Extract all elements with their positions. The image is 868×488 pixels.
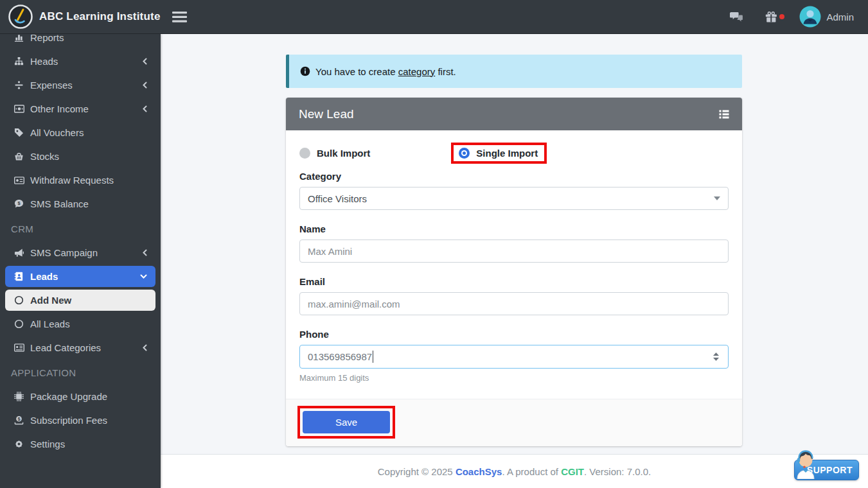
chevron-left-icon bbox=[143, 82, 147, 89]
copyright-text: Copyright © 2025 CoachSys. A product of … bbox=[378, 466, 651, 477]
sidebar-item-label: Stocks bbox=[30, 151, 59, 162]
gift-icon[interactable] bbox=[765, 12, 777, 22]
brand[interactable]: ABC Learning Institute bbox=[0, 0, 161, 34]
sidebar-item-leads[interactable]: Leads bbox=[5, 266, 155, 287]
phone-input[interactable]: 013569856987 bbox=[299, 345, 729, 369]
sidebar-item-label: SMS Balance bbox=[30, 198, 89, 209]
sidebar-item-subscription-fees[interactable]: $ Subscription Fees bbox=[5, 410, 155, 431]
sidebar-item-add-new[interactable]: Add New bbox=[5, 290, 155, 311]
money-bill-icon bbox=[13, 105, 24, 113]
sidebar-item-label: All Leads bbox=[30, 318, 70, 329]
sidebar-section-crm: CRM bbox=[5, 218, 155, 240]
category-group: Category Office Visitors bbox=[299, 171, 729, 210]
card-footer: Save bbox=[286, 399, 742, 446]
sidebar-item-lead-categories[interactable]: Lead Categories bbox=[5, 337, 155, 358]
sidebar-item-label: Lead Categories bbox=[30, 342, 101, 353]
radio-unchecked-icon bbox=[299, 148, 310, 159]
sidebar-item-other-income[interactable]: Other Income bbox=[5, 98, 155, 119]
name-input[interactable] bbox=[299, 240, 729, 263]
chevron-down-icon bbox=[140, 274, 147, 279]
basket-icon bbox=[13, 152, 24, 161]
list-icon[interactable] bbox=[719, 110, 729, 119]
import-mode-radios: Bulk Import Single Import bbox=[299, 143, 729, 164]
money-check-icon bbox=[13, 177, 24, 184]
card-header: New Lead bbox=[286, 98, 742, 130]
page-footer: Copyright © 2025 CoachSys. A product of … bbox=[161, 454, 868, 488]
sidebar-section-application: APPLICATION bbox=[5, 362, 155, 383]
sidebar-item-label: Expenses bbox=[30, 80, 73, 91]
top-navbar: ABC Learning Institute bbox=[0, 0, 868, 34]
annotation-box-save: Save bbox=[297, 406, 395, 439]
sidebar-item-all-vouchers[interactable]: All Vouchers bbox=[5, 122, 155, 143]
sidebar-item-expenses[interactable]: Expenses bbox=[5, 74, 155, 96]
sidebar-item-label: Add New bbox=[30, 295, 71, 306]
sidebar-item-label: Settings bbox=[30, 439, 65, 449]
sidebar-item-label: All Vouchers bbox=[30, 127, 84, 138]
sidebar-item-label: Other Income bbox=[30, 103, 89, 114]
sidebar-item-reports[interactable]: Reports bbox=[5, 34, 155, 48]
sidebar-item-label: Subscription Fees bbox=[30, 415, 107, 426]
category-label: Category bbox=[299, 171, 729, 182]
sidebar-item-settings[interactable]: Settings bbox=[5, 433, 155, 455]
text-cursor bbox=[373, 351, 373, 363]
coachsys-link[interactable]: CoachSys bbox=[456, 466, 502, 477]
info-circle-icon bbox=[300, 66, 310, 76]
sidebar-item-label: SMS Campaign bbox=[30, 247, 98, 258]
circle-icon bbox=[13, 319, 24, 329]
chevron-left-icon bbox=[143, 105, 147, 112]
coin-deposit-icon: $ bbox=[13, 415, 24, 425]
new-lead-card: New Lead Bulk Import Single Import bbox=[286, 98, 742, 446]
card-title: New Lead bbox=[299, 107, 354, 121]
save-button[interactable]: Save bbox=[303, 411, 390, 433]
comment-dollar-icon: $ bbox=[13, 199, 24, 209]
user-menu[interactable]: Admin bbox=[799, 6, 854, 28]
address-book-icon bbox=[13, 272, 24, 281]
bulk-import-radio[interactable]: Bulk Import bbox=[299, 148, 370, 159]
sidebar-item-withdraw-requests[interactable]: Withdraw Requests bbox=[5, 170, 155, 191]
gear-icon bbox=[13, 439, 24, 449]
sidebar-item-label: Heads bbox=[30, 56, 58, 67]
name-group: Name bbox=[299, 223, 729, 263]
sidebar-item-sms-campaign[interactable]: SMS Campaign bbox=[5, 242, 155, 263]
support-widget: SUPPORT bbox=[792, 446, 859, 482]
phone-group: Phone 013569856987 Maximum 15 digits bbox=[299, 329, 729, 383]
sidebar-item-all-leads[interactable]: All Leads bbox=[5, 313, 155, 335]
email-input[interactable] bbox=[299, 292, 729, 315]
phone-label: Phone bbox=[299, 329, 729, 340]
circle-icon bbox=[13, 295, 24, 305]
chevron-left-icon bbox=[143, 58, 147, 65]
sidebar-item-label: Package Upgrade bbox=[30, 391, 107, 402]
phone-help-text: Maximum 15 digits bbox=[299, 373, 729, 383]
number-spinner[interactable] bbox=[707, 353, 725, 361]
sidebar-item-label: Reports bbox=[30, 34, 64, 43]
brand-title: ABC Learning Institute bbox=[39, 10, 161, 23]
app-logo-icon bbox=[8, 4, 33, 30]
email-label: Email bbox=[299, 276, 729, 287]
sidebar-item-label: Withdraw Requests bbox=[30, 175, 114, 186]
sitemap-icon bbox=[13, 57, 24, 66]
annotation-box-single-import: Single Import bbox=[451, 143, 547, 164]
sidebar-item-heads[interactable]: Heads bbox=[5, 51, 155, 72]
sidebar-item-package-upgrade[interactable]: Package Upgrade bbox=[5, 386, 155, 407]
phone-value: 013569856987 bbox=[308, 351, 372, 362]
sidebar-item-label: Leads bbox=[30, 271, 58, 282]
support-button[interactable]: SUPPORT bbox=[794, 460, 859, 480]
caret-down-icon bbox=[714, 196, 720, 200]
category-link[interactable]: category bbox=[398, 66, 436, 77]
id-card-icon bbox=[13, 344, 24, 352]
name-label: Name bbox=[299, 223, 729, 234]
bullhorn-icon bbox=[13, 248, 24, 257]
card-body: Bulk Import Single Import Category Offic… bbox=[286, 130, 742, 399]
cgit-link[interactable]: CGIT bbox=[561, 466, 584, 477]
hamburger-menu-icon[interactable] bbox=[172, 12, 187, 22]
single-import-radio[interactable]: Single Import bbox=[459, 148, 538, 159]
category-select[interactable]: Office Visitors bbox=[299, 187, 729, 210]
radio-checked-icon bbox=[459, 148, 470, 159]
sidebar-item-sms-balance[interactable]: $ SMS Balance bbox=[5, 193, 155, 214]
chart-bar-icon bbox=[13, 34, 24, 42]
sidebar-item-stocks[interactable]: Stocks bbox=[5, 146, 155, 167]
chevron-left-icon bbox=[143, 344, 147, 351]
main-content: You have to create category first. New L… bbox=[161, 34, 868, 454]
divide-icon bbox=[13, 80, 24, 90]
chat-icon[interactable] bbox=[729, 12, 743, 22]
